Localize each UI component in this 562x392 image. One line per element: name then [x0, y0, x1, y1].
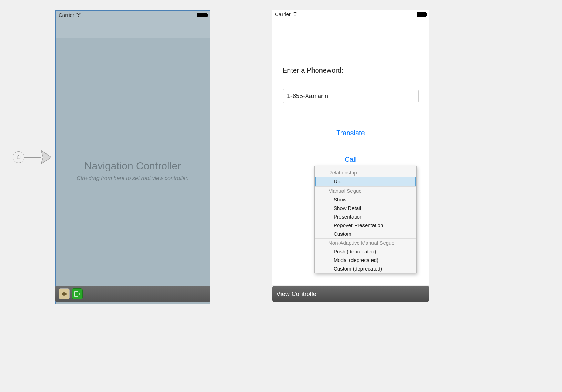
svg-marker-2: [41, 150, 51, 164]
segue-item-show-detail[interactable]: Show Detail: [315, 204, 416, 212]
svg-point-6: [295, 15, 296, 16]
segue-item-modal-deprecated[interactable]: Modal (deprecated): [315, 256, 416, 264]
scene-dock-title: View Controller: [276, 290, 318, 298]
translate-button[interactable]: Translate: [283, 129, 419, 137]
svg-rect-0: [17, 156, 20, 159]
segue-item-custom[interactable]: Custom: [315, 230, 416, 238]
status-bar: Carrier: [56, 11, 210, 19]
wifi-icon: [76, 13, 81, 17]
nav-controller-title: Navigation Controller: [84, 160, 181, 172]
segue-item-custom-deprecated[interactable]: Custom (deprecated): [315, 264, 416, 273]
segue-section-nonadaptive: Non-Adaptive Manual Segue: [315, 238, 416, 247]
call-button[interactable]: Call: [283, 156, 419, 163]
phoneword-input[interactable]: [283, 89, 419, 103]
battery-icon: [417, 12, 426, 17]
navigation-bar: [56, 19, 210, 38]
storyboard-canvas: Carrier Navigation Controller Ctrl+drag …: [0, 0, 562, 392]
battery-icon: [197, 13, 207, 17]
entry-arrow-line: [24, 157, 41, 158]
segue-item-popover[interactable]: Popover Presentation: [315, 221, 416, 230]
scene-dock-nav[interactable]: [55, 286, 210, 302]
segue-item-show[interactable]: Show: [315, 195, 416, 204]
segue-item-root[interactable]: Root: [315, 177, 416, 186]
exit-icon[interactable]: [72, 288, 83, 299]
status-bar: Carrier: [272, 10, 429, 18]
svg-point-3: [78, 16, 79, 17]
carrier-label: Carrier: [275, 11, 291, 17]
phoneword-label: Enter a Phoneword:: [283, 66, 419, 74]
segue-selection-popup: Relationship Root Manual Segue Show Show…: [314, 166, 417, 273]
nav-controller-subtitle: Ctrl+drag from here to set root view con…: [76, 175, 188, 181]
first-responder-icon[interactable]: [59, 288, 70, 299]
entry-point-icon: [13, 151, 24, 163]
segue-section-manual: Manual Segue: [315, 186, 416, 195]
entry-arrow-head-icon: [41, 150, 51, 164]
svg-rect-1: [18, 155, 19, 156]
svg-point-4: [62, 292, 67, 296]
navigation-controller-scene[interactable]: Carrier Navigation Controller Ctrl+drag …: [55, 10, 210, 304]
wifi-icon: [292, 12, 298, 16]
segue-item-push-deprecated[interactable]: Push (deprecated): [315, 247, 416, 256]
scene-dock-vc[interactable]: View Controller: [272, 286, 429, 302]
navigation-controller-placeholder: Navigation Controller Ctrl+drag from her…: [56, 38, 210, 304]
storyboard-entry-point[interactable]: [13, 150, 51, 164]
segue-item-presentation[interactable]: Presentation: [315, 212, 416, 221]
carrier-label: Carrier: [59, 12, 74, 18]
segue-section-relationship: Relationship: [315, 166, 416, 177]
